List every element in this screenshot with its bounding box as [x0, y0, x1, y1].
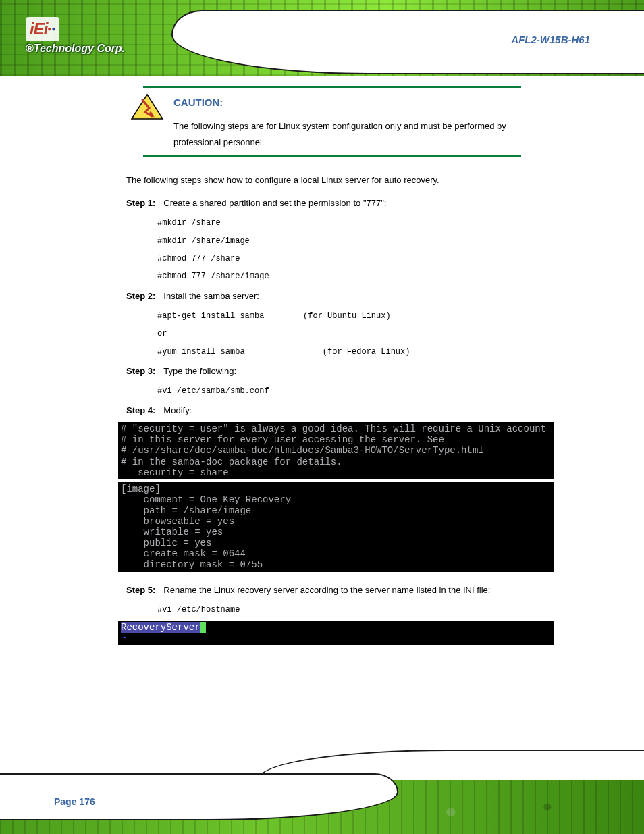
- step2: Step 2:Install the samba server:: [126, 288, 546, 305]
- step5-num: Step 5:: [126, 581, 155, 599]
- step1-cmd3: #chmod 777 /share: [157, 252, 546, 265]
- footer-banner: Page 176: [0, 743, 644, 834]
- logo-mark: iEi●●: [26, 17, 59, 41]
- step5-cmd1: #vi /etc/hostname: [157, 603, 546, 617]
- step2-cmd4: #yum install samba (for Fedora Linux): [157, 345, 546, 359]
- step1-cmd4: #chmod 777 /share/image: [157, 269, 546, 283]
- step3-num: Step 3:: [126, 363, 155, 380]
- step4: Step 4:Modify:: [126, 402, 546, 419]
- divider-bottom: [143, 155, 521, 157]
- step5: Step 5:Rename the Linux recovery server …: [126, 581, 546, 599]
- step1-cmd1: #mkdir /share: [157, 216, 546, 230]
- step2-cmd1: #apt-get install samba (for Ubuntu Linux…: [157, 309, 546, 323]
- divider-top: [143, 86, 521, 88]
- intro-para: The following steps show how to configur…: [126, 171, 546, 189]
- step3-text: Type the following:: [163, 366, 236, 376]
- step1: Step 1:Create a shared partition and set…: [126, 194, 546, 212]
- step1-cmd2: #mkdir /share/image: [157, 234, 546, 248]
- caution-text: CAUTION: The following steps are for Lin…: [173, 93, 546, 151]
- step2-text: Install the samba server:: [163, 291, 259, 301]
- logo-dots: ●●: [47, 25, 55, 32]
- logo: iEi●● ®Technology Corp.: [26, 17, 125, 55]
- warning-icon: [130, 93, 164, 120]
- header-banner: iEi●● ®Technology Corp. AFL2-W15B-H61: [0, 0, 644, 76]
- step4-text: Modify:: [163, 405, 192, 415]
- step5-text: Rename the Linux recovery server accordi…: [163, 585, 490, 595]
- page-content: CAUTION: The following steps are for Lin…: [0, 76, 644, 648]
- logo-text: iEi: [30, 20, 47, 38]
- caution-body: The following steps are for Linux system…: [173, 118, 546, 151]
- product-name: AFL2-W15B-H61: [511, 34, 590, 45]
- cursor-icon: [200, 622, 206, 633]
- terminal-hostname: RecoveryServer ~: [118, 621, 554, 645]
- step1-num: Step 1:: [126, 194, 155, 212]
- caution-box: CAUTION: The following steps are for Lin…: [130, 93, 546, 151]
- terminal-smb-global: # "security = user" is always a good ide…: [118, 422, 554, 479]
- step3-cmd1: #vi /etc/samba/smb.conf: [157, 384, 546, 398]
- step3: Step 3:Type the following:: [126, 363, 546, 380]
- step2-num: Step 2:: [126, 288, 155, 305]
- step2-cmd-or: or: [157, 327, 546, 340]
- step1-text: Create a shared partition and set the pe…: [163, 198, 386, 208]
- page-number: Page 176: [54, 796, 95, 807]
- terminal-smb-image: [image] comment = One Key Recovery path …: [118, 482, 554, 572]
- step4-num: Step 4:: [126, 402, 155, 419]
- caution-heading: CAUTION:: [173, 93, 546, 113]
- logo-tagline: ®Technology Corp.: [26, 43, 125, 55]
